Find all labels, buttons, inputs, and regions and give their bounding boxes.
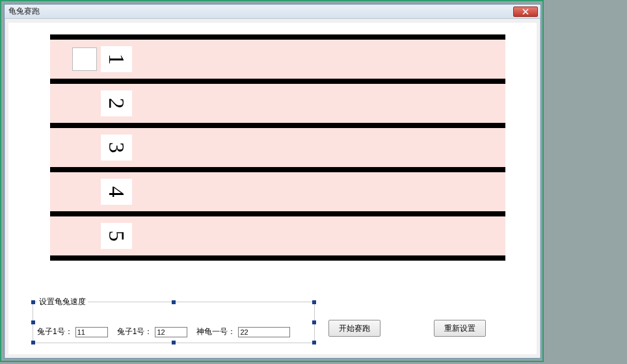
speed-groupbox: 设置龟兔速度 兔子1号： 兔子1号： 神龟一号：: [33, 302, 314, 343]
racer-sprite[interactable]: [72, 47, 97, 71]
rabbit2-label: 兔子1号：: [117, 326, 153, 337]
app-window: 龟兔赛跑 12345 设置龟兔速度 兔子1号： 兔子1号： 神龟一号：: [4, 4, 541, 359]
race-track: 12345: [50, 34, 505, 261]
lane-2: 2: [50, 84, 505, 123]
start-race-label: 开始赛跑: [339, 323, 370, 334]
lane-number: 2: [101, 90, 132, 116]
track-divider: [50, 123, 505, 128]
rabbit2-input[interactable]: [155, 327, 187, 337]
track-divider: [50, 167, 505, 172]
lane-4: 4: [50, 172, 505, 211]
lane-5: 5: [50, 216, 505, 255]
track-divider: [50, 255, 505, 261]
reset-label: 重新设置: [444, 323, 475, 334]
designer-surface[interactable]: 12345 设置龟兔速度 兔子1号： 兔子1号： 神龟一号： 开始赛跑 重新设置: [8, 23, 537, 354]
titlebar: 龟兔赛跑: [5, 5, 540, 19]
turtle1-label: 神龟一号：: [196, 326, 235, 337]
turtle1-input[interactable]: [238, 327, 290, 337]
lane-3: 3: [50, 128, 505, 167]
groupbox-title: 设置龟兔速度: [37, 296, 88, 307]
selection-handle[interactable]: [312, 300, 316, 304]
window-title: 龟兔赛跑: [8, 6, 40, 17]
designer-frame: 龟兔赛跑 12345 设置龟兔速度 兔子1号： 兔子1号： 神龟一号：: [0, 0, 544, 362]
close-icon: [522, 8, 529, 15]
lane-number: 3: [101, 135, 132, 161]
start-race-button[interactable]: 开始赛跑: [328, 320, 380, 337]
selection-handle[interactable]: [172, 341, 176, 344]
groupbox-fields: 兔子1号： 兔子1号： 神龟一号：: [37, 326, 310, 337]
rabbit1-label: 兔子1号：: [37, 326, 73, 337]
lane-number: 5: [101, 223, 132, 249]
lane-number: 4: [101, 179, 132, 205]
selection-handle[interactable]: [31, 341, 35, 344]
track-divider: [50, 79, 505, 84]
track-divider: [50, 34, 505, 40]
selection-handle[interactable]: [312, 341, 316, 344]
lane-1: 1: [50, 40, 505, 79]
rabbit1-input[interactable]: [75, 327, 108, 337]
selection-handle[interactable]: [31, 300, 35, 304]
lane-number: 1: [101, 46, 132, 72]
selection-handle[interactable]: [172, 300, 176, 304]
selection-handle[interactable]: [312, 320, 316, 324]
selection-handle[interactable]: [31, 320, 35, 324]
close-button[interactable]: [513, 6, 538, 17]
reset-button[interactable]: 重新设置: [434, 320, 486, 337]
track-divider: [50, 211, 505, 216]
